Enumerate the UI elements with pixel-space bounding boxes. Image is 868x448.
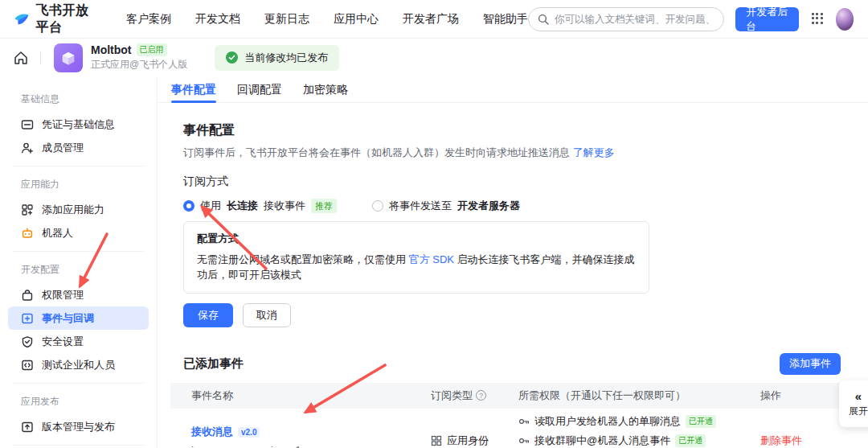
option-text: 接收事件 <box>264 199 305 213</box>
sidebar-item-add-capability[interactable]: 添加应用能力 <box>8 198 149 221</box>
cell-subscription-type: 应用身份 <box>431 434 518 448</box>
global-search[interactable] <box>528 7 724 31</box>
official-sdk-link[interactable]: 官方 SDK <box>409 253 454 265</box>
cube-icon <box>59 48 78 68</box>
config-method-title: 配置方式 <box>197 232 636 246</box>
sidebar-item-bot[interactable]: 机器人 <box>8 221 149 245</box>
nav-item-dev-plaza[interactable]: 开发者广场 <box>403 12 459 27</box>
app-subtitle: 正式应用@飞书个人版 <box>91 58 187 72</box>
sidebar: 基础信息 凭证与基础信息 成员管理 应用能力 <box>0 76 158 448</box>
member-plus-icon <box>21 142 34 154</box>
sidebar-item-test-org[interactable]: 测试企业和人员 <box>8 353 149 376</box>
sidebar-item-label: 版本管理与发布 <box>42 420 115 434</box>
divider <box>13 383 144 384</box>
permission-lock-icon <box>21 289 34 302</box>
cell-event-name: 接收消息 v2.0 im.message.receive_v1 <box>170 425 431 448</box>
sidebar-item-label: 成员管理 <box>42 141 84 155</box>
add-event-button[interactable]: 添加事件 <box>780 353 841 375</box>
tab-callback-config[interactable]: 回调配置 <box>237 76 282 103</box>
publish-status-text: 当前修改均已发布 <box>244 51 328 65</box>
key-icon <box>518 416 530 427</box>
expand-panel-button[interactable]: « 展开 <box>839 380 868 427</box>
top-navbar: 飞书开放平台 客户案例 开发文档 更新日志 应用中心 开发者广场 智能助手 开发… <box>0 0 868 39</box>
id-card-icon <box>21 118 34 131</box>
save-button[interactable]: 保存 <box>183 303 233 327</box>
permission-name: 接收群聊中@机器人消息事件 <box>534 434 670 448</box>
publish-status-notice: 当前修改均已发布 <box>215 45 339 71</box>
nav-item-changelog[interactable]: 更新日志 <box>264 12 309 27</box>
radio-long-connection[interactable]: 使用 长连接 接收事件 推荐 <box>183 199 337 213</box>
option-text: 将事件发送至 <box>389 199 452 213</box>
sidebar-item-credentials[interactable]: 凭证与基础信息 <box>8 113 149 136</box>
sidebar-item-label: 权限管理 <box>42 288 84 302</box>
description-text: 订阅事件后，飞书开放平台将会在事件（如机器人入群）发生时向请求地址推送消息 <box>183 146 570 158</box>
app-grid-icon[interactable] <box>812 13 823 26</box>
sidebar-item-members[interactable]: 成员管理 <box>8 136 149 159</box>
divider <box>13 445 144 446</box>
help-icon[interactable]: ? <box>476 390 486 401</box>
opened-badge: 已开通 <box>686 415 716 428</box>
feishu-logo-icon <box>13 9 30 30</box>
app-header: Moltbot 已启用 正式应用@飞书个人版 当前修改均已发布 <box>0 39 868 76</box>
user-avatar[interactable] <box>836 8 854 31</box>
page-description: 订阅事件后，飞书开放平台将会在事件（如机器人入群）发生时向请求地址推送消息 了解… <box>183 146 841 160</box>
subscription-type-text: 应用身份 <box>447 434 489 448</box>
events-table: 事件名称 订阅类型 ? 所需权限（开通以下任一权限即可） 操作 接收消息 v2 <box>170 383 841 448</box>
divider <box>40 51 41 64</box>
main-panel: 事件配置 回调配置 加密策略 事件配置 订阅事件后，飞书开放平台将会在事件（如机… <box>158 76 868 448</box>
sidebar-item-label: 凭证与基础信息 <box>42 117 115 132</box>
cancel-button[interactable]: 取消 <box>243 303 291 327</box>
config-method-text: 无需注册公网域名或配置加密策略，仅需使用 官方 SDK 启动长连接飞书客户端，并… <box>197 253 636 283</box>
search-input[interactable] <box>555 14 714 25</box>
permission-item: 接收群聊中@机器人消息事件 已开通 <box>518 431 752 448</box>
learn-more-link[interactable]: 了解更多 <box>573 146 615 158</box>
sidebar-item-events-callbacks[interactable]: 事件与回调 <box>8 306 149 330</box>
radio-developer-server[interactable]: 将事件发送至 开发者服务器 <box>372 199 520 213</box>
cell-actions: 删除事件 <box>752 434 841 448</box>
add-capability-icon <box>21 203 34 216</box>
nav-item-docs[interactable]: 开发文档 <box>195 12 240 27</box>
opened-badge: 已开通 <box>675 434 706 447</box>
sidebar-section-basic-info: 基础信息 <box>8 88 149 113</box>
delete-event-link[interactable]: 删除事件 <box>760 434 802 446</box>
subscribe-mode-options: 使用 长连接 接收事件 推荐 将事件发送至 开发者服务器 <box>183 199 841 213</box>
home-icon[interactable] <box>13 50 29 66</box>
option-text: 使用 <box>200 199 221 213</box>
header-event-name: 事件名称 <box>170 388 431 403</box>
search-icon <box>538 14 549 25</box>
sidebar-item-permissions[interactable]: 权限管理 <box>8 283 149 306</box>
app-meta: Moltbot 已启用 正式应用@飞书个人版 <box>91 43 187 72</box>
release-up-icon <box>21 421 34 434</box>
sidebar-item-label: 添加应用能力 <box>42 203 104 217</box>
enabled-status-badge: 已启用 <box>137 43 167 56</box>
events-table-header: 事件名称 订阅类型 ? 所需权限（开通以下任一权限即可） 操作 <box>170 383 841 409</box>
nav-item-ai-assistant[interactable]: 智能助手 <box>483 12 528 27</box>
sidebar-item-version-release[interactable]: 版本管理与发布 <box>8 415 149 438</box>
nav-item-cases[interactable]: 客户案例 <box>126 12 171 27</box>
top-nav-items: 客户案例 开发文档 更新日志 应用中心 开发者广场 智能助手 <box>126 12 528 27</box>
added-events-header: 已添加事件 添加事件 <box>170 353 841 375</box>
event-name-link[interactable]: 接收消息 <box>191 425 233 439</box>
platform-logo[interactable]: 飞书开放平台 <box>13 2 99 36</box>
tab-encryption-policy[interactable]: 加密策略 <box>303 76 348 103</box>
sidebar-item-security[interactable]: 安全设置 <box>8 330 149 353</box>
version-badge: v2.0 <box>238 427 260 438</box>
nav-item-app-center[interactable]: 应用中心 <box>334 12 379 27</box>
radio-selected-icon[interactable] <box>183 200 194 212</box>
option-text-bold: 开发者服务器 <box>457 199 520 213</box>
radio-unselected-icon[interactable] <box>372 200 383 212</box>
sidebar-item-label: 测试企业和人员 <box>42 358 115 372</box>
sidebar-section-dev-config: 开发配置 <box>8 258 149 283</box>
sidebar-section-capabilities: 应用能力 <box>8 173 149 198</box>
double-chevron-left-icon: « <box>855 390 862 402</box>
tab-event-config[interactable]: 事件配置 <box>171 76 216 103</box>
table-row: 接收消息 v2.0 im.message.receive_v1 <box>170 409 841 448</box>
developer-console-button[interactable]: 开发者后台 <box>735 7 798 31</box>
event-config-content: 事件配置 订阅事件后，飞书开放平台将会在事件（如机器人入群）发生时向请求地址推送… <box>158 103 868 448</box>
event-callback-icon <box>21 312 34 325</box>
sidebar-item-label: 事件与回调 <box>42 311 94 326</box>
code-brackets-icon <box>21 359 34 372</box>
cell-permissions: 读取用户发给机器人的单聊消息 已开通 接收群聊中@机器人 <box>518 412 752 448</box>
recommended-badge: 推荐 <box>311 199 337 213</box>
sidebar-item-label: 机器人 <box>42 226 73 240</box>
